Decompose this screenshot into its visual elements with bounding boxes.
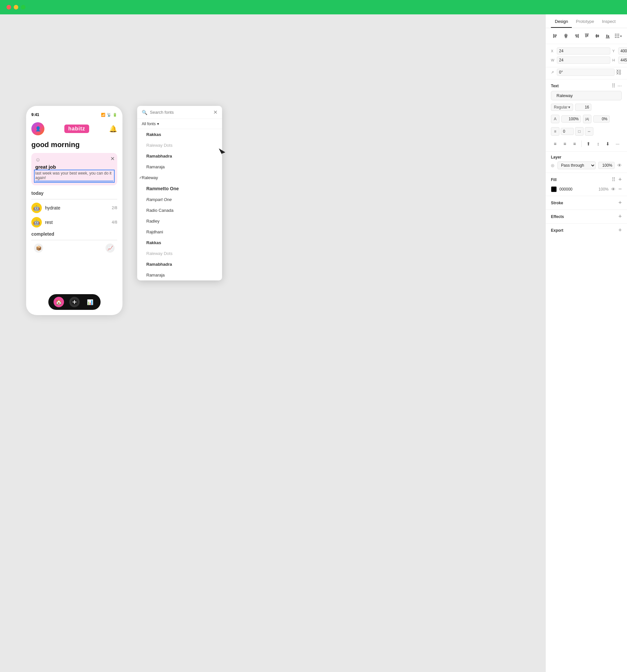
- font-item-ramaraja-1[interactable]: Ramaraja: [137, 162, 222, 172]
- tab-design[interactable]: Design: [551, 15, 572, 28]
- stroke-section: Stroke +: [546, 196, 627, 210]
- fill-add-button[interactable]: +: [618, 176, 622, 183]
- text-valign-top-button[interactable]: ⬆: [584, 140, 593, 148]
- layer-row: ◎ Pass through 👁: [551, 162, 622, 169]
- layer-section-title: Layer: [551, 155, 561, 160]
- h-label: H: [612, 58, 617, 62]
- w-field[interactable]: W: [551, 56, 610, 64]
- x-input[interactable]: [557, 47, 610, 54]
- font-item-rampart-one[interactable]: Rampart One: [137, 194, 222, 205]
- svg-rect-2: [554, 34, 557, 35]
- line-height-row: ≡ □ ↔: [546, 126, 627, 137]
- fullscreen-button[interactable]: [21, 5, 25, 9]
- text-valign-middle-button[interactable]: ↕: [594, 140, 603, 148]
- font-item-radio-canada[interactable]: Radio Canada: [137, 205, 222, 216]
- fill-visibility-toggle[interactable]: 👁: [611, 187, 616, 192]
- text-align-center-button[interactable]: ≡: [561, 140, 569, 148]
- font-item-rakkas-2[interactable]: Rakkas: [137, 237, 222, 248]
- font-size-input[interactable]: [575, 104, 592, 111]
- font-name-display[interactable]: Raleway: [551, 91, 622, 100]
- font-item-ramaraja-2[interactable]: Ramaraja: [137, 270, 222, 281]
- text-section-more[interactable]: ···: [618, 83, 622, 89]
- w-label: W: [551, 58, 555, 62]
- completed-icon-2: 📈: [105, 243, 115, 253]
- nav-add-button[interactable]: [69, 297, 80, 307]
- font-item-rammetto-one[interactable]: Rammetto One: [137, 183, 222, 194]
- fill-dots-icon[interactable]: ⠿: [612, 176, 616, 183]
- font-item-rajdhani[interactable]: Rajdhani: [137, 226, 222, 237]
- stroke-add-button[interactable]: +: [618, 199, 622, 206]
- h-input[interactable]: [618, 56, 627, 64]
- font-list[interactable]: Rakkas Raleway Dots Ramabhadra Ramaraja …: [137, 129, 222, 281]
- tab-inspect[interactable]: Inspect: [598, 15, 620, 28]
- distribution-menu[interactable]: ▾: [615, 34, 622, 38]
- font-item-rakkas[interactable]: Rakkas: [137, 129, 222, 140]
- angle-label: ↗: [551, 70, 555, 74]
- opacity-input[interactable]: [598, 162, 615, 169]
- font-item-raleway-dots-1[interactable]: Raleway Dots: [137, 140, 222, 151]
- x-field[interactable]: X: [551, 47, 610, 54]
- font-item-raleway-selected[interactable]: Raleway: [137, 172, 222, 183]
- h-field[interactable]: H: [612, 56, 627, 64]
- w-input[interactable]: [557, 56, 610, 64]
- font-item-raleway-dots-2[interactable]: Raleway Dots: [137, 248, 222, 259]
- line-height-icon: ≡: [551, 127, 559, 136]
- svg-rect-26: [617, 37, 618, 38]
- nav-home-icon[interactable]: 🏠: [54, 297, 64, 307]
- effects-add-button[interactable]: +: [618, 213, 622, 220]
- svg-rect-17: [606, 34, 607, 37]
- text-more-button[interactable]: ···: [613, 140, 622, 148]
- effects-section-header: Effects +: [551, 213, 622, 220]
- align-bottom-button[interactable]: [603, 31, 612, 41]
- font-picker-dropdown[interactable]: 🔍 ✕ All fonts ▾ Rakkas Raleway Dots: [137, 106, 222, 281]
- y-input[interactable]: [618, 47, 627, 54]
- line-height-input[interactable]: [561, 128, 574, 135]
- align-left-button[interactable]: [551, 31, 560, 41]
- align-center-h-button[interactable]: [561, 31, 571, 41]
- export-add-button[interactable]: +: [618, 227, 622, 234]
- text-section-dots[interactable]: ⠿: [612, 83, 616, 89]
- font-search-close-button[interactable]: ✕: [213, 109, 218, 115]
- font-filter-button[interactable]: All fonts ▾: [142, 122, 159, 126]
- habit-item-hydrate: 🤖 hydrate 2/8: [31, 202, 117, 213]
- svg-rect-23: [617, 35, 618, 36]
- svg-rect-1: [553, 34, 554, 38]
- fill-color-swatch[interactable]: [551, 186, 557, 192]
- angle-input[interactable]: [557, 69, 615, 76]
- notification-close-button[interactable]: ✕: [110, 155, 115, 162]
- text-align-left-button[interactable]: ≡: [551, 140, 559, 148]
- completed-icons-row: 📦 📈: [31, 243, 117, 253]
- today-label: today: [31, 191, 117, 196]
- main-window: 9:41 📶 📡 🔋 👤 habitz 🔔 good morning ☺: [0, 15, 627, 672]
- text-scale-input[interactable]: [561, 115, 581, 123]
- font-style-button[interactable]: Regular ▾: [551, 104, 573, 111]
- align-right-button[interactable]: [572, 31, 581, 41]
- fill-opacity[interactable]: 100%: [595, 187, 608, 192]
- align-middle-v-button[interactable]: [593, 31, 602, 41]
- fill-remove-button[interactable]: −: [618, 186, 622, 193]
- nav-stats-icon[interactable]: 📊: [85, 297, 95, 307]
- font-item-ramabhadra-1[interactable]: Ramabhadra: [137, 151, 222, 162]
- blend-mode-select[interactable]: Pass through: [557, 162, 596, 169]
- letter-spacing-input[interactable]: [593, 115, 610, 123]
- y-field[interactable]: Y: [612, 47, 627, 54]
- font-item-radley[interactable]: Radley: [137, 216, 222, 226]
- mobile-status-bar: 9:41 📶 📡 🔋: [31, 113, 117, 117]
- close-button[interactable]: [6, 5, 11, 9]
- notification-bell-icon[interactable]: 🔔: [109, 125, 117, 133]
- font-item-ramabhadra-2[interactable]: Ramabhadra: [137, 259, 222, 270]
- constrain-proportions-button[interactable]: ⛓: [616, 69, 622, 76]
- svg-rect-22: [615, 35, 616, 36]
- font-search-input[interactable]: [150, 110, 211, 115]
- stroke-section-title: Stroke: [551, 201, 563, 205]
- mobile-bottom-nav[interactable]: 🏠 📊: [48, 294, 101, 310]
- tab-prototype[interactable]: Prototype: [572, 15, 598, 28]
- canvas-area[interactable]: 9:41 📶 📡 🔋 👤 habitz 🔔 good morning ☺: [0, 15, 545, 672]
- align-top-button[interactable]: [582, 31, 592, 41]
- svg-rect-7: [578, 34, 579, 38]
- text-align-right-button[interactable]: ≡: [570, 140, 579, 148]
- text-valign-bottom-button[interactable]: ⬇: [604, 140, 612, 148]
- fill-color-hex[interactable]: 000000: [559, 187, 593, 192]
- visibility-toggle[interactable]: 👁: [617, 163, 622, 168]
- minimize-button[interactable]: [14, 5, 18, 9]
